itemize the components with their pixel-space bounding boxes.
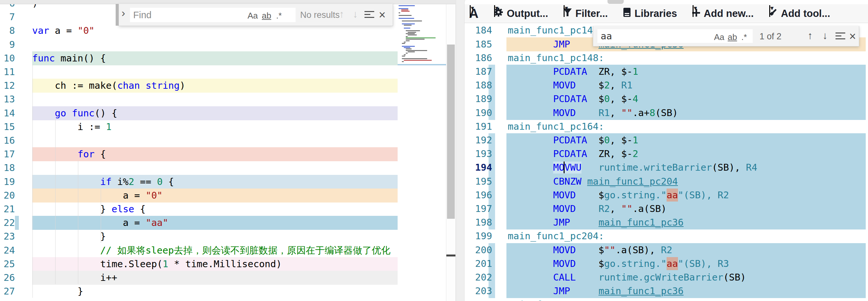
line-number: 202 [469, 270, 492, 284]
match-case-icon[interactable]: Aa [714, 32, 724, 42]
toolbar-button-label: Add tool... [781, 8, 830, 20]
asm-label-link[interactable]: main_func1_pc36 [598, 285, 683, 296]
toolbar-button-output[interactable]: Output...▼ [493, 7, 548, 20]
close-icon[interactable]: × [379, 8, 385, 22]
minimap-line [402, 58, 427, 59]
close-icon[interactable]: × [849, 30, 856, 43]
line-number: 201 [469, 257, 492, 271]
find-widget-source: › Aa ab .* No results ↑ ↓ × [119, 4, 393, 26]
text-cursor [564, 161, 565, 173]
line-number: 195 [469, 175, 492, 188]
minimap-line [406, 39, 425, 40]
code-text: MOVD $go.string."aa"(SB), R2 [508, 188, 729, 202]
minimap-line [399, 15, 411, 16]
overview-cursor-marker [446, 254, 456, 257]
toolbar-button-add-tool[interactable]: Add tool...▼ [769, 8, 830, 20]
code-text: MOVD $"".a(SB), R2 [508, 243, 672, 257]
asm-label-link[interactable]: main_func1_pc204 [587, 176, 678, 187]
minimap-highlight [398, 64, 446, 65]
indent-guide [101, 188, 101, 243]
vertical-scrollbar[interactable] [446, 4, 456, 301]
minimap-line [404, 28, 410, 29]
search-match: aa [666, 258, 678, 269]
line-number: 193 [469, 147, 492, 161]
toolbar-button-add-new[interactable]: Add new...▼ [692, 8, 754, 20]
code-text: MOVD R2, "".a(SB) [508, 202, 666, 216]
minimap-line [402, 23, 415, 24]
line-number: 185 [469, 37, 492, 51]
asm-label-link[interactable]: main_func1_pc36 [598, 217, 683, 228]
minimap-line [408, 32, 416, 33]
code-text: MOVWU runtime.writeBarrier(SB), R4 [508, 160, 757, 175]
find-in-selection-icon[interactable] [836, 32, 845, 41]
minimap[interactable] [398, 4, 446, 301]
toolbar-button-a[interactable]: A▼ [469, 6, 478, 21]
minimap-line [406, 40, 410, 41]
minimap-line [399, 18, 414, 19]
chevron-right-icon[interactable]: › [122, 6, 125, 19]
minimap-line [404, 60, 432, 61]
line-number: 194 [469, 160, 492, 175]
minimap-line [404, 25, 411, 26]
minimap-line [404, 41, 406, 42]
minimap-line [404, 54, 406, 55]
previous-match-icon[interactable]: ↑ [808, 30, 813, 41]
match-case-icon[interactable]: Aa [248, 11, 258, 21]
whole-word-icon[interactable]: ab [262, 11, 271, 21]
line-number: 187 [469, 65, 492, 79]
code-text: main_func1_pc164: [508, 120, 604, 133]
code-text: main_func1_pc148: [508, 51, 604, 65]
line-number: 192 [469, 133, 492, 147]
chevron-down-icon: ▼ [494, 5, 495, 17]
minimap-line [401, 11, 410, 12]
minimap-line [406, 33, 415, 34]
minimap-line [402, 46, 415, 47]
minimap-line [408, 51, 415, 52]
minimap-line [406, 50, 427, 51]
minimap-line [406, 49, 411, 50]
code-text: CBNZW main_func1_pc204 [508, 175, 678, 188]
minimap-line [406, 37, 436, 38]
minimap-line [402, 43, 405, 44]
match-count: 1 of 2 [760, 32, 782, 41]
toolbar-button-libraries[interactable]: Libraries [623, 7, 677, 20]
chevron-down-icon: ▼ [692, 5, 693, 17]
code-text: JMP main_func1_pc36 [508, 284, 683, 298]
line-number: 191 [469, 120, 492, 133]
next-match-icon[interactable]: ↓ [353, 8, 358, 20]
code-text: main_func1_pc204: [508, 229, 604, 243]
indent-guide [78, 160, 78, 284]
toolbar-button-label: Add new... [704, 8, 754, 20]
regex-icon[interactable]: .* [741, 32, 747, 42]
toolbar-button-filter[interactable]: Filter...▼ [563, 8, 608, 20]
code-text: MOVD R1, "".a+8(SB) [508, 106, 678, 120]
scrollbar-thumb[interactable] [447, 44, 455, 219]
minimap-line [406, 30, 420, 31]
line-number: 196 [469, 188, 492, 202]
next-match-icon[interactable]: ↓ [823, 30, 828, 41]
code-text: CALL runtime.gcWriteBarrier(SB) [508, 270, 746, 284]
chevron-down-icon: ▼ [564, 5, 565, 17]
line-number: 186 [469, 51, 492, 65]
line-number: 190 [469, 106, 492, 120]
minimap-line [399, 12, 400, 13]
find-widget-asm: Aa ab .* 1 of 2 ↑ ↓ × [593, 26, 859, 47]
find-widget-sash[interactable] [116, 4, 119, 26]
find-status: No results [300, 10, 340, 20]
code-text: MOVD $2, R1 [508, 78, 632, 92]
previous-match-icon[interactable]: ↑ [339, 8, 344, 20]
line-number: 204 [469, 298, 492, 301]
line-number: 7 [0, 10, 15, 24]
minimap-line [401, 9, 408, 10]
line-number: 200 [469, 243, 492, 257]
line-number: 203 [469, 284, 492, 298]
chevron-down-icon: ▼ [470, 5, 471, 17]
code-text: main_func1_pc [508, 298, 582, 301]
regex-icon[interactable]: .* [276, 11, 282, 21]
book-icon [623, 7, 631, 20]
toolbar-button-label: Libraries [634, 8, 677, 20]
search-match: aa [666, 189, 678, 201]
find-in-selection-icon[interactable] [365, 11, 374, 20]
compiler-explorer-app: A▼Output...▼Filter...▼LibrariesAdd new..… [0, 0, 868, 301]
whole-word-icon[interactable]: ab [728, 32, 737, 42]
